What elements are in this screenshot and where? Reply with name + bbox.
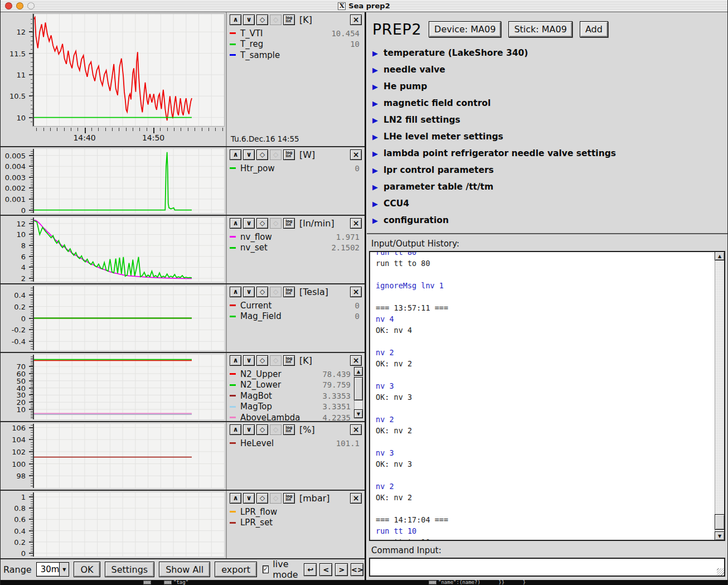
tree-item-3[interactable]: ▶magnetic field control [372, 95, 722, 112]
io-history-box[interactable]: run tt 80run tt to 80 ignoreMsg lnv 1 ==… [369, 251, 725, 541]
minimize-window-button[interactable] [16, 2, 23, 9]
expand-triangle-icon[interactable]: ▶ [372, 49, 378, 57]
scroll-down-arrow-icon[interactable]: ▼ [715, 531, 725, 540]
command-input[interactable] [370, 559, 724, 576]
tree-item-7[interactable]: ▶lpr control parameters [372, 162, 722, 178]
scroll-up-button[interactable]: ∧ [230, 218, 241, 229]
range-dropdown-arrow-icon[interactable]: ▼ [59, 563, 69, 576]
zoom-button[interactable]: ◇ [256, 493, 268, 504]
zoom-button[interactable]: ◇ [256, 287, 268, 297]
tree-item-5[interactable]: ▶LHe level meter settings [372, 128, 722, 145]
expand-triangle-icon[interactable]: ▶ [372, 200, 378, 208]
scroll-down-button[interactable]: ∨ [243, 149, 255, 160]
legend-item-T_reg[interactable]: T_reg10 [230, 39, 362, 50]
scroll-up-arrow-icon[interactable]: ▲ [715, 252, 725, 260]
export-button[interactable]: export [215, 562, 257, 577]
legend-item-Htr_pow[interactable]: Htr_pow0 [230, 163, 362, 174]
settings-button[interactable]: Settings [105, 562, 155, 577]
legend-item-LPR_flow[interactable]: LPR_flow [230, 506, 362, 518]
legend-item-N2_Lower[interactable]: N2_Lower79.759 [230, 380, 362, 391]
scroll-up-button[interactable]: ∧ [230, 493, 241, 504]
log-lin-toggle-button[interactable]: loglin [283, 287, 295, 297]
zoom-button[interactable]: ◇ [256, 355, 268, 366]
legend-item-HeLevel[interactable]: HeLevel101.1 [230, 438, 362, 449]
legend-item-LPR_set[interactable]: LPR_set [230, 518, 362, 529]
resize-grip-icon[interactable] [717, 568, 724, 576]
scroll-down-arrow-icon[interactable]: ▼ [354, 409, 363, 418]
tree-item-6[interactable]: ▶lambda point refrigerator needle valve … [372, 145, 722, 162]
log-lin-toggle-button[interactable]: loglin [283, 218, 295, 229]
scroll-down-button[interactable]: ∨ [243, 355, 255, 366]
legend-item-Current[interactable]: Current0 [230, 300, 362, 311]
legend-item-T_VTI[interactable]: T_VTI10.454 [230, 28, 362, 39]
scroll-up-arrow-icon[interactable]: ▲ [354, 367, 363, 376]
log-lin-toggle-button[interactable]: loglin [283, 493, 295, 504]
device-button[interactable]: Device: MA09 [429, 21, 501, 37]
close-chart-button[interactable]: × [350, 218, 362, 229]
scroll-up-button[interactable]: ∧ [230, 355, 241, 366]
plot-4[interactable] [33, 353, 226, 421]
zoom-window-button[interactable] [27, 2, 35, 9]
log-lin-toggle-button[interactable]: loglin [283, 14, 295, 25]
legend-item-MagTop[interactable]: MagTop3.3351 [230, 402, 362, 413]
zoom-button[interactable]: ◇ [256, 424, 268, 435]
expand-triangle-icon[interactable]: ▶ [372, 99, 378, 108]
tree-item-10[interactable]: ▶configuration [372, 212, 722, 229]
log-lin-toggle-button[interactable]: loglin [283, 355, 295, 366]
tree-item-0[interactable]: ▶temperature (LakeShore 340) [372, 45, 722, 61]
plot-1[interactable] [33, 147, 226, 215]
scroll-down-button[interactable]: ∨ [243, 14, 255, 25]
expand-button[interactable]: <> [351, 563, 363, 576]
scrollbar-thumb[interactable] [354, 377, 363, 400]
scroll-down-button[interactable]: ∨ [243, 424, 255, 435]
pan-right-button[interactable]: > [335, 563, 348, 576]
close-chart-button[interactable]: × [350, 149, 362, 160]
reset-zoom-button[interactable]: ↩ [304, 563, 317, 576]
close-chart-button[interactable]: × [350, 493, 362, 504]
scroll-up-button[interactable]: ∧ [230, 287, 241, 297]
scroll-up-button[interactable]: ∧ [230, 14, 241, 25]
scroll-up-button[interactable]: ∧ [230, 149, 241, 160]
legend-scrollbar[interactable]: ▲▼ [354, 367, 363, 418]
tree-item-2[interactable]: ▶He pump [372, 78, 722, 95]
zoom-button[interactable]: ◇ [256, 149, 268, 160]
pan-left-button[interactable]: < [319, 563, 332, 576]
legend-item-T_sample[interactable]: T_sample [230, 50, 362, 61]
expand-triangle-icon[interactable]: ▶ [372, 183, 378, 191]
zoom-button[interactable]: ◇ [256, 14, 268, 25]
titlebar[interactable]: X Sea prep2 [1, 0, 727, 12]
tree-item-9[interactable]: ▶CCU4 [372, 195, 722, 212]
close-chart-button[interactable]: × [350, 355, 362, 366]
expand-triangle-icon[interactable]: ▶ [372, 116, 378, 124]
expand-triangle-icon[interactable]: ▶ [372, 133, 378, 141]
legend-item-AboveLambda[interactable]: AboveLambda4.2235 [230, 412, 362, 423]
expand-triangle-icon[interactable]: ▶ [372, 166, 378, 175]
legend-item-N2_Upper[interactable]: N2_Upper78.439 [230, 369, 362, 380]
legend-item-nv_flow[interactable]: nv_flow1.971 [230, 231, 362, 243]
plot-3[interactable] [33, 284, 226, 352]
add-button[interactable]: Add [580, 21, 608, 37]
command-input-box[interactable] [369, 558, 725, 577]
scroll-down-button[interactable]: ∨ [243, 493, 255, 504]
log-lin-toggle-button[interactable]: loglin [283, 149, 295, 160]
expand-triangle-icon[interactable]: ▶ [372, 83, 378, 91]
stick-button[interactable]: Stick: MA09 [508, 21, 572, 37]
plot-6[interactable] [33, 491, 226, 558]
zoom-button[interactable]: ◇ [256, 218, 268, 229]
scroll-up-button[interactable]: ∧ [230, 424, 241, 435]
close-window-button[interactable] [5, 2, 12, 9]
legend-item-MagBot[interactable]: MagBot3.3353 [230, 390, 362, 402]
io-history-scrollbar[interactable]: ▲ ▼ [715, 252, 724, 540]
expand-triangle-icon[interactable]: ▶ [372, 149, 378, 158]
plot-0[interactable]: 14:4014:50 [33, 12, 226, 146]
tree-item-8[interactable]: ▶parameter table /tt/tm [372, 178, 722, 195]
tree-item-1[interactable]: ▶needle valve [372, 61, 722, 78]
legend-item-nv_set[interactable]: nv_set2.1502 [230, 243, 362, 254]
tree-item-4[interactable]: ▶LN2 fill settings [372, 112, 722, 128]
plot-5[interactable] [33, 422, 226, 490]
range-select[interactable]: 30m ▼ [36, 562, 70, 577]
plot-2[interactable] [33, 216, 226, 283]
scrollbar-thumb[interactable] [715, 514, 725, 530]
scroll-down-button[interactable]: ∨ [243, 287, 255, 297]
log-lin-toggle-button[interactable]: loglin [283, 424, 295, 435]
